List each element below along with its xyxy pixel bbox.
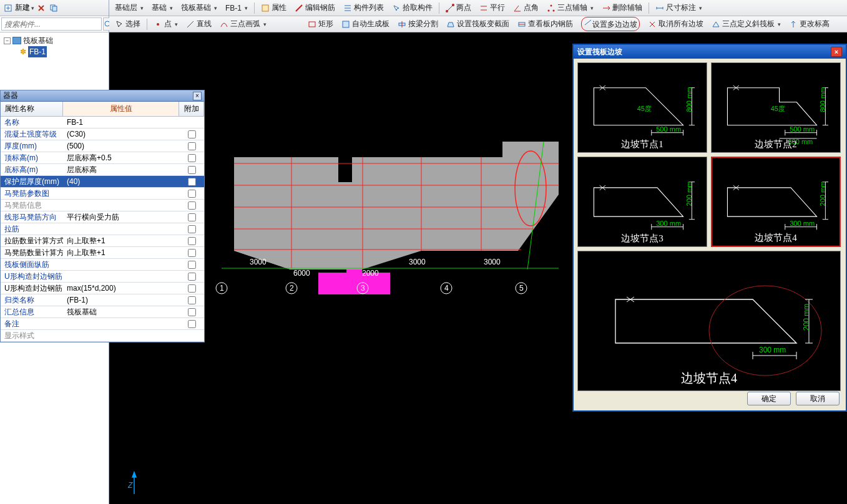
- extra-checkbox[interactable]: [188, 225, 196, 233]
- select-button[interactable]: 选择: [112, 17, 144, 31]
- beam-split-button[interactable]: 按梁分割: [394, 17, 441, 31]
- extra-checkbox[interactable]: [188, 142, 196, 150]
- combo-category[interactable]: 基础: [149, 1, 176, 15]
- property-row[interactable]: 名称FB-1: [1, 117, 204, 128]
- tree-child[interactable]: ✽ FB-1: [4, 46, 105, 57]
- close-icon[interactable]: ×: [831, 47, 842, 57]
- property-row[interactable]: 备注: [1, 318, 204, 330]
- extra-checkbox[interactable]: [188, 249, 196, 257]
- property-row[interactable]: 马凳筋参数图: [1, 188, 204, 200]
- slope-thumbnail-4[interactable]: 300 mm 200 mm 边坡节点4: [711, 157, 841, 247]
- extra-checkbox[interactable]: [188, 296, 196, 304]
- property-row[interactable]: U形构造封边钢筋: [1, 271, 204, 283]
- extra-checkbox[interactable]: [188, 190, 196, 198]
- extra-checkbox[interactable]: [188, 166, 196, 174]
- property-row[interactable]: U形构造封边钢筋max(15*d,200): [1, 283, 204, 294]
- extra-checkbox[interactable]: [188, 154, 196, 162]
- property-row[interactable]: 马凳筋信息: [1, 200, 204, 211]
- property-row[interactable]: 筏板侧面纵筋: [1, 259, 204, 271]
- extra-checkbox[interactable]: [188, 130, 196, 138]
- close-icon[interactable]: ×: [193, 92, 202, 100]
- change-elevation-button[interactable]: 更改标高: [786, 17, 833, 31]
- property-value[interactable]: (40): [63, 177, 179, 186]
- property-row[interactable]: 马凳筋数量计算方向上取整+1: [1, 247, 204, 259]
- dimension-button[interactable]: 尺寸标注: [652, 1, 705, 15]
- slope-thumbnail-2[interactable]: 500 mm 800 mm600 mm45度 边坡节点2: [711, 62, 841, 153]
- three-point-slab-button[interactable]: 三点定义斜筏板: [708, 17, 784, 31]
- node-icon: ✽: [20, 46, 26, 57]
- two-point-button[interactable]: 两点: [443, 1, 474, 15]
- property-row[interactable]: 线形马凳筋方向平行横向受力筋: [1, 211, 204, 223]
- pick-component-button[interactable]: 拾取构件: [389, 1, 436, 15]
- cancel-button[interactable]: 取消: [796, 392, 840, 405]
- point-angle-button[interactable]: 点角: [510, 1, 542, 15]
- property-value[interactable]: 向上取整+1: [63, 248, 179, 258]
- copy-icon[interactable]: [48, 2, 59, 14]
- delete-icon[interactable]: [36, 2, 47, 14]
- property-value[interactable]: max(15*d,200): [63, 284, 179, 293]
- combo-floor[interactable]: 基础层: [112, 1, 147, 15]
- combo-type[interactable]: 筏板基础: [178, 1, 220, 15]
- extra-checkbox[interactable]: [188, 273, 196, 281]
- property-row[interactable]: 顶标高(m)层底标高+0.5: [1, 152, 204, 164]
- property-extra: [179, 166, 204, 174]
- collapse-icon[interactable]: −: [4, 37, 11, 44]
- dialog-titlebar[interactable]: 设置筏板边坡 ×: [574, 45, 846, 59]
- property-row[interactable]: 底标高(m)层底标高: [1, 164, 204, 176]
- search-input[interactable]: [1, 17, 102, 31]
- extra-checkbox[interactable]: [188, 261, 196, 269]
- axis-z: Z: [127, 481, 133, 490]
- property-value[interactable]: 层底标高+0.5: [63, 153, 179, 163]
- property-value[interactable]: (500): [63, 142, 179, 150]
- property-value[interactable]: 平行横向受力筋: [63, 212, 179, 223]
- property-row[interactable]: 拉筋: [1, 223, 204, 235]
- rect-button[interactable]: 矩形: [305, 17, 336, 31]
- property-row[interactable]: 汇总信息筏板基础: [1, 306, 204, 318]
- extra-checkbox[interactable]: [188, 284, 196, 293]
- extra-checkbox[interactable]: [188, 320, 196, 328]
- attributes-button[interactable]: 属性: [258, 1, 290, 15]
- ok-button[interactable]: 确定: [747, 392, 791, 405]
- property-value[interactable]: (C30): [63, 130, 179, 138]
- property-value[interactable]: FB-1: [63, 118, 179, 127]
- edit-rebar-button[interactable]: 编辑钢筋: [291, 1, 338, 15]
- line-button[interactable]: 直线: [183, 17, 215, 31]
- delete-axis-button[interactable]: 删除辅轴: [599, 1, 645, 15]
- property-extra: [179, 190, 204, 198]
- property-row[interactable]: 保护层厚度(mm)(40): [1, 176, 204, 188]
- tree-root[interactable]: − 筏板基础: [4, 35, 105, 46]
- property-value[interactable]: 层底标高: [63, 165, 179, 175]
- property-rows: 名称FB-1混凝土强度等级(C30)厚度(mm)(500)顶标高(m)层底标高+…: [1, 117, 204, 342]
- extra-checkbox[interactable]: [188, 213, 196, 221]
- set-section-button[interactable]: 设置筏板变截面: [443, 17, 512, 31]
- property-titlebar[interactable]: 器器 ×: [1, 90, 204, 102]
- property-row[interactable]: 厚度(mm)(500): [1, 140, 204, 152]
- property-row[interactable]: 混凝土强度等级(C30): [1, 128, 204, 140]
- extra-checkbox[interactable]: [188, 201, 196, 210]
- component-list-button[interactable]: 构件列表: [340, 1, 387, 15]
- set-multi-slope-button[interactable]: 设置多边边坡: [578, 15, 643, 33]
- property-row[interactable]: 拉筋数量计算方式向上取整+1: [1, 235, 204, 247]
- arc3-button[interactable]: 三点画弧: [217, 17, 270, 31]
- view-rebar-button[interactable]: 查看板内钢筋: [514, 17, 576, 31]
- property-value[interactable]: 筏板基础: [63, 307, 179, 317]
- svg-marker-43: [132, 472, 136, 477]
- slope-thumbnail-1[interactable]: 500 mm 800 mm45度 边坡节点1: [577, 62, 707, 153]
- point-button[interactable]: 点: [150, 17, 181, 31]
- new-component-icon[interactable]: [2, 2, 14, 14]
- three-point-axis-button[interactable]: 三点辅轴: [544, 1, 597, 15]
- beam-split-label: 按梁分割: [408, 19, 438, 29]
- parallel-button[interactable]: 平行: [476, 1, 508, 15]
- cancel-slope-button[interactable]: 取消所有边坡: [645, 17, 707, 31]
- combo-element[interactable]: FB-1: [222, 2, 251, 14]
- property-row[interactable]: 显示样式: [1, 330, 204, 342]
- extra-checkbox[interactable]: [188, 237, 196, 245]
- extra-checkbox[interactable]: [188, 178, 196, 186]
- auto-board-button[interactable]: 自动生成板: [338, 17, 393, 31]
- slope-thumbnail-3[interactable]: 300 mm 200 mm 边坡节点3: [577, 157, 707, 247]
- property-value[interactable]: 向上取整+1: [63, 236, 179, 246]
- new-label[interactable]: 新建: [15, 2, 34, 13]
- extra-checkbox[interactable]: [188, 308, 196, 316]
- property-row[interactable]: 归类名称(FB-1): [1, 294, 204, 306]
- property-value[interactable]: (FB-1): [63, 296, 179, 304]
